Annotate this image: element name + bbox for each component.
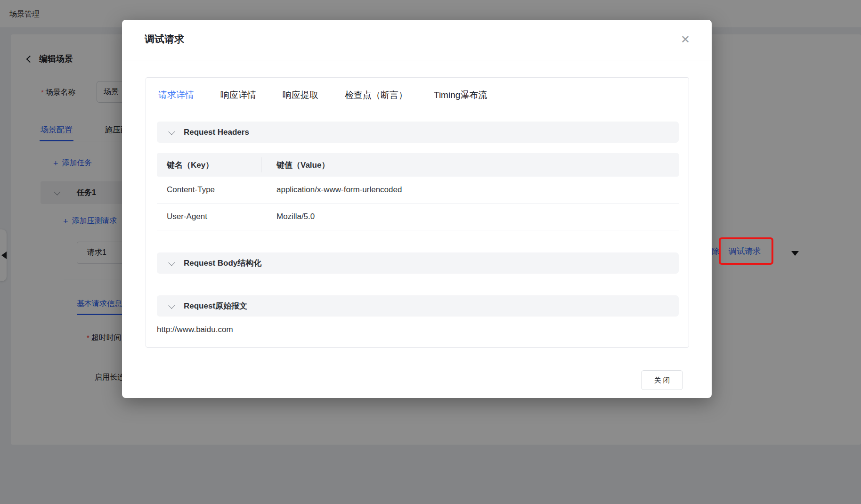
tab-response-extract[interactable]: 响应提取 <box>283 89 318 101</box>
close-icon[interactable]: ✕ <box>679 32 692 47</box>
section-request-body[interactable]: Request Body结构化 <box>157 252 679 274</box>
modal-header: 调试请求 ✕ <box>122 20 712 60</box>
section-title: Request Headers <box>184 128 249 137</box>
headers-table-header: 键名（Key） 键值（Value） <box>157 153 679 177</box>
headers-table: 键名（Key） 键值（Value） Content-Type applicati… <box>157 153 679 230</box>
raw-request-content: http://www.baidu.com <box>157 325 233 334</box>
tab-request-detail[interactable]: 请求详情 <box>158 89 194 101</box>
tab-timing-waterfall[interactable]: Timing瀑布流 <box>434 89 487 101</box>
section-title: Request原始报文 <box>184 301 247 311</box>
header-key: User-Agent <box>157 212 261 221</box>
table-row: Content-Type application/x-www-form-urle… <box>157 177 679 203</box>
tab-checkpoint-assert[interactable]: 检查点（断言） <box>345 89 407 101</box>
modal-title: 调试请求 <box>145 33 184 46</box>
section-request-raw[interactable]: Request原始报文 <box>157 295 679 317</box>
chevron-down-icon <box>168 128 175 135</box>
section-request-headers[interactable]: Request Headers <box>157 122 679 143</box>
debug-result-panel: 请求详情 响应详情 响应提取 检查点（断言） Timing瀑布流 Request… <box>146 77 689 348</box>
column-divider <box>261 157 261 172</box>
debug-request-modal: 调试请求 ✕ 请求详情 响应详情 响应提取 检查点（断言） Timing瀑布流 … <box>122 20 712 398</box>
modal-tabs: 请求详情 响应详情 响应提取 检查点（断言） Timing瀑布流 <box>158 89 487 101</box>
table-row: User-Agent Mozilla/5.0 <box>157 203 679 230</box>
chevron-down-icon <box>168 259 175 266</box>
screen: 场景管理 编辑场景 *场景名称 场景配置 施压配置 + 添加任务 任务1 + 添… <box>0 0 861 504</box>
header-value: Mozilla/5.0 <box>261 212 315 221</box>
section-title: Request Body结构化 <box>184 258 261 268</box>
col-key-header: 键名（Key） <box>157 160 261 171</box>
col-value-header: 键值（Value） <box>261 160 329 171</box>
tab-response-detail[interactable]: 响应详情 <box>220 89 256 101</box>
close-button[interactable]: 关 闭 <box>641 370 683 390</box>
header-value: application/x-www-form-urlencoded <box>261 185 402 195</box>
header-key: Content-Type <box>157 185 261 195</box>
chevron-down-icon <box>168 302 175 309</box>
